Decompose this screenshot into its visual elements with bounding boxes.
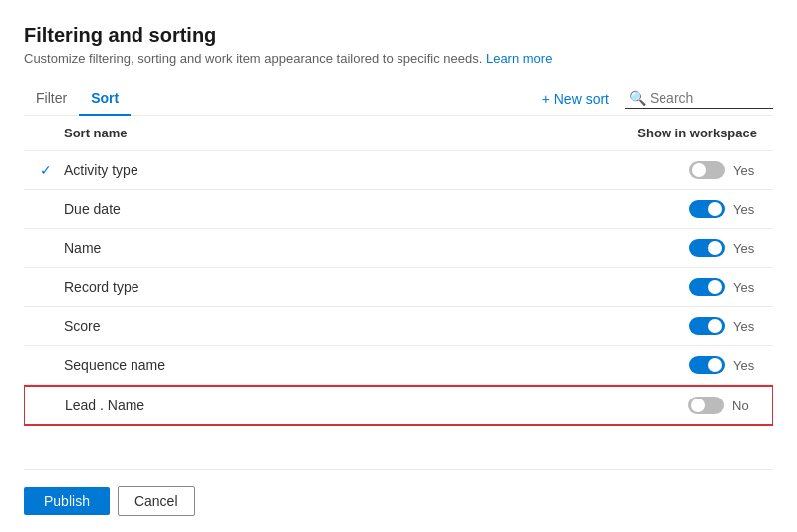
- toggle-label: Yes: [733, 202, 757, 217]
- toggle-switch[interactable]: [689, 161, 725, 179]
- tab-filter[interactable]: Filter: [24, 82, 79, 116]
- toggle-switch[interactable]: [689, 317, 725, 335]
- sort-name-label: Record type: [64, 279, 138, 295]
- toggle-label: No: [732, 399, 756, 413]
- col-show-workspace: Show in workspace: [637, 126, 757, 140]
- search-icon: 🔍: [629, 90, 646, 106]
- toggle-switch[interactable]: [689, 239, 725, 257]
- toggle-label: Yes: [733, 241, 757, 256]
- table-row: Record type Yes: [24, 268, 773, 307]
- toggle-switch[interactable]: [689, 278, 725, 296]
- sort-name-label: Sequence name: [64, 357, 165, 373]
- sort-name-label: Name: [64, 240, 101, 256]
- search-input[interactable]: [650, 90, 769, 106]
- cancel-button[interactable]: Cancel: [118, 486, 195, 516]
- page-title: Filtering and sorting: [24, 24, 773, 47]
- tab-sort[interactable]: Sort: [79, 82, 131, 116]
- sort-name-label: Lead . Name: [65, 398, 144, 413]
- toggle-switch[interactable]: [689, 356, 725, 374]
- table-row: Score Yes: [24, 307, 773, 346]
- toggle-label: Yes: [733, 280, 757, 295]
- table-row: ✓ Activity type Yes: [24, 151, 773, 190]
- check-icon: ✓: [40, 162, 52, 178]
- col-sort-name: Sort name: [64, 126, 128, 140]
- sort-name-label: Due date: [64, 201, 121, 217]
- toggle-label: Yes: [733, 358, 757, 373]
- toggle-switch[interactable]: [688, 397, 724, 414]
- toggle-switch[interactable]: [689, 200, 725, 218]
- table-row: Due date Yes: [24, 190, 773, 229]
- sort-name-label: Activity type: [64, 162, 138, 178]
- toggle-label: Yes: [733, 163, 757, 178]
- page-subtitle: Customize filtering, sorting and work it…: [24, 51, 773, 66]
- toggle-label: Yes: [733, 319, 757, 334]
- table-row: Name Yes: [24, 229, 773, 268]
- sort-name-label: Score: [64, 318, 101, 334]
- table-row: Sequence name Yes: [24, 346, 773, 385]
- publish-button[interactable]: Publish: [24, 487, 110, 515]
- new-sort-button[interactable]: + New sort: [534, 87, 617, 111]
- learn-more-link[interactable]: Learn more: [486, 51, 552, 66]
- table-row: Lead . Name No: [24, 385, 773, 426]
